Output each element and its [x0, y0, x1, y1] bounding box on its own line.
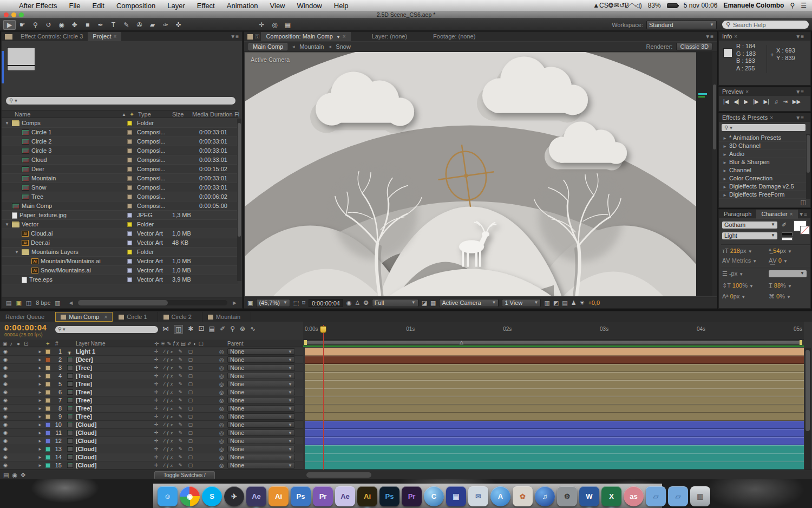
layer-switches[interactable]: ✛ ∕fx ✎ ▢	[154, 372, 214, 380]
new-comp-icon[interactable]: ◫	[26, 299, 31, 307]
time-ruler[interactable]: 0:00s01s02s03s04s05s	[303, 322, 804, 340]
project-row[interactable]: Tree.eps Vector Art 3,9 MB	[2, 275, 238, 284]
parent-dropdown[interactable]: None▼	[227, 462, 295, 468]
label-chip[interactable]	[127, 139, 132, 144]
project-bpc[interactable]: 8 bpc	[36, 299, 50, 306]
layer-bar[interactable]	[305, 429, 804, 437]
layer-expander[interactable]: ►	[38, 348, 42, 356]
effects-search-input[interactable]: ⚲ ▾	[722, 124, 806, 131]
layer-name[interactable]: [Tree]	[76, 380, 92, 388]
comp-flowchart-icon[interactable]: ♟	[571, 299, 577, 307]
layer-label-chip[interactable]	[45, 374, 50, 379]
magnification-dropdown[interactable]: (45,7%)▼	[256, 299, 290, 307]
project-row[interactable]: Cloud.ai Vector Art 1,0 MB	[2, 229, 238, 238]
layer-expander[interactable]: ►	[38, 413, 42, 421]
layer-label-chip[interactable]	[45, 447, 50, 452]
label-chip[interactable]	[127, 204, 132, 209]
layer-row[interactable]: ◉ ► 14 [Cloud] ✛ ∕fx ✎ ▢ ◎ None▼	[0, 453, 303, 461]
timeline-tab[interactable]: Mountain	[202, 312, 251, 322]
mail-icon[interactable]: ✉	[614, 2, 619, 9]
graph-editor-icon[interactable]: ⊚	[240, 325, 245, 334]
motion-blur-icon[interactable]: ✐	[220, 325, 225, 334]
menubar-user[interactable]: Emanuele Colombo	[723, 2, 784, 9]
label-chip[interactable]	[127, 268, 132, 273]
expander-caret[interactable]: ▼	[15, 248, 19, 257]
layer-row[interactable]: ◉ ► 10 [Cloud] ✛ ∕fx ✎ ▢ ◎ None▼	[0, 421, 303, 429]
current-time-indicator[interactable]	[320, 326, 326, 333]
tab-composition[interactable]: Composition: Main Comp▼×	[261, 32, 350, 41]
font-size-value[interactable]: 218	[730, 248, 740, 254]
view-axis-mode-icon[interactable]: ▦	[281, 20, 294, 30]
label-chip[interactable]	[127, 167, 132, 172]
eyedropper-icon[interactable]: ✐	[782, 222, 787, 229]
label-chip[interactable]	[127, 213, 132, 218]
exposure-offset[interactable]: +0,0	[588, 299, 600, 306]
label-chip[interactable]	[127, 259, 132, 264]
tab-paragraph[interactable]: Paragraph	[719, 210, 756, 219]
layer-row[interactable]: ◉ ► 4 [Tree] ✛ ∕fx ✎ ▢ ◎ None▼	[0, 372, 303, 380]
dock-cinema4d[interactable]: C	[424, 486, 444, 506]
panel-menu-icon[interactable]: ▼≡	[230, 34, 242, 40]
layer-row[interactable]: ◉ ► 15 [Cloud] ✛ ∕fx ✎ ▢ ◎ None▼	[0, 461, 303, 470]
project-row[interactable]: ▼ Mountains Layers Folder	[2, 248, 238, 257]
frame-blending-icon[interactable]: ▤	[209, 325, 215, 334]
parent-pickwhip-icon[interactable]: ◎	[219, 421, 224, 429]
dock-trash[interactable]: ▥	[690, 486, 710, 506]
resolution-dropdown[interactable]: Full▼	[372, 299, 418, 307]
view-layout-dropdown[interactable]: 1 View▼	[502, 299, 541, 307]
eye-icon[interactable]: ◉	[3, 388, 8, 396]
layer-label-chip[interactable]	[45, 398, 50, 403]
tab-character[interactable]: Character×	[756, 210, 797, 219]
layer-name[interactable]: [Tree]	[76, 364, 92, 372]
layer-row[interactable]: ◉ ► 5 [Tree] ✛ ∕fx ✎ ▢ ◎ None▼	[0, 380, 303, 388]
panel-menu-icon[interactable]: ▼≡	[795, 115, 807, 121]
eye-icon[interactable]: ◉	[3, 429, 8, 437]
new-folder-icon[interactable]: ▣	[16, 299, 21, 307]
parent-dropdown[interactable]: None▼	[227, 373, 295, 379]
layer-label-chip[interactable]	[45, 366, 50, 370]
project-row[interactable]: Mountain Composi... 0:00:33:01	[2, 174, 238, 183]
layer-name[interactable]: [Tree]	[76, 396, 92, 405]
parent-dropdown[interactable]: None▼	[227, 454, 295, 460]
menu-item[interactable]: View	[264, 2, 291, 10]
next-frame-button[interactable]: |▶	[753, 99, 758, 105]
project-row[interactable]: Cloud Composi... 0:00:33:01	[2, 155, 238, 165]
expander-caret[interactable]: ▼	[5, 119, 10, 128]
dock-app-store[interactable]: A	[490, 486, 510, 506]
layer-bar[interactable]	[305, 372, 804, 380]
layer-label-chip[interactable]	[45, 414, 50, 419]
dock-launcher[interactable]: ✈	[224, 486, 244, 506]
parent-pickwhip-icon[interactable]: ◎	[219, 445, 224, 453]
layer-switches[interactable]: ✛ ∕fx ✎ ▢	[154, 421, 214, 429]
layer-row[interactable]: ◉ ► 13 [Cloud] ✛ ∕fx ✎ ▢ ◎ None▼	[0, 445, 303, 453]
label-chip[interactable]	[127, 240, 132, 245]
dock-itunes[interactable]: ♫	[535, 486, 555, 506]
layer-switches[interactable]: ✛ ∕fx ✎ ▢	[154, 437, 214, 445]
layer-switches[interactable]: ✛ ∕fx ✎ ▢	[154, 413, 214, 421]
label-chip[interactable]	[127, 185, 132, 190]
fast-previews-icon[interactable]: ◩	[553, 299, 559, 307]
timeline-btn-icon[interactable]: ▤	[562, 299, 567, 307]
panel-menu-icon[interactable]: ▼≡	[798, 211, 810, 217]
layer-row[interactable]: ◉ ► 1 Light 1 ✛ ∕fx ✎ ▢ ◎ None▼	[0, 348, 303, 356]
layer-bar[interactable]	[305, 348, 804, 356]
layer-name[interactable]: Light 1	[76, 348, 95, 356]
parent-dropdown[interactable]: None▼	[227, 446, 295, 452]
camera-tool[interactable]: ◉	[55, 20, 68, 30]
project-row[interactable]: Circle 1 Composi... 0:00:33:01	[2, 128, 238, 137]
interpret-footage-icon[interactable]: ▤	[6, 299, 11, 307]
parent-dropdown[interactable]: None▼	[227, 438, 295, 444]
safe-margins-icon[interactable]: ⬚	[293, 299, 299, 307]
comp-marker[interactable]: △	[460, 340, 463, 345]
minimize-window-button[interactable]	[11, 12, 16, 17]
layer-switches[interactable]: ✛ ∕fx ✎ ▢	[154, 388, 214, 396]
live-update-icon[interactable]: ◫	[174, 325, 183, 334]
project-row[interactable]: ▼ Comps Folder	[2, 119, 238, 128]
timeline-tab[interactable]: Main Comp ×	[55, 312, 113, 322]
layer-bar[interactable]	[305, 445, 804, 453]
parent-pickwhip-icon[interactable]: ◎	[219, 396, 224, 405]
dock-folder-a[interactable]: ▱	[646, 486, 666, 506]
stroke-style-dropdown[interactable]: ▼	[769, 270, 807, 277]
timeline-tab[interactable]: Render Queue	[0, 312, 55, 322]
world-axis-mode-icon[interactable]: ◎	[269, 20, 281, 30]
